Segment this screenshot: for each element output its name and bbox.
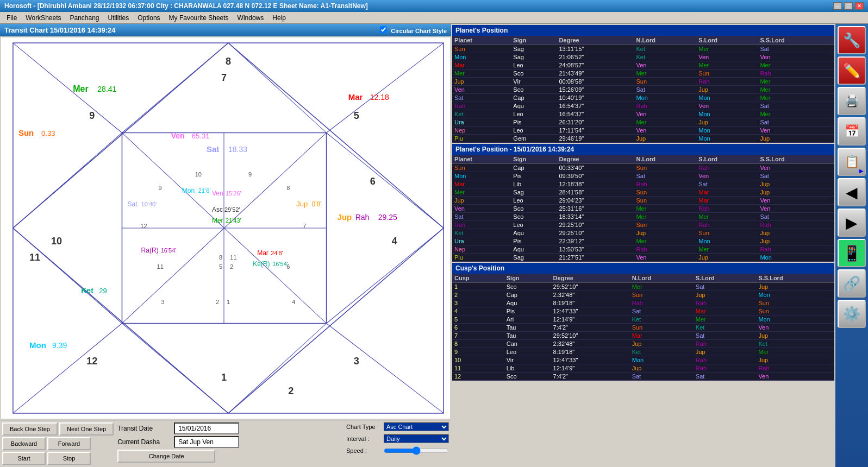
chart-type-label: Chart Type <box>346 424 382 430</box>
transit-date-value: 15/01/2016 <box>174 422 239 434</box>
transit-date-label: Transit Date <box>117 425 172 432</box>
menu-windows[interactable]: Windows <box>233 13 268 23</box>
svg-text:8: 8 <box>226 56 231 67</box>
backward-button[interactable]: Backward <box>2 437 46 450</box>
forward-button[interactable]: Forward <box>47 437 91 450</box>
table-row: Ven Sco 15:26'09" Sat Jup Mer <box>452 86 834 94</box>
col-slord: S.Lord <box>694 274 757 283</box>
start-button[interactable]: Start <box>2 452 46 465</box>
chart-svg: 1 2 3 4 5 6 7 8 9 10 11 <box>1 37 450 419</box>
svg-text:5: 5 <box>354 110 359 121</box>
svg-text:2: 2 <box>230 263 233 270</box>
cusps-header: Cusp's Position <box>452 263 834 274</box>
share-icon-button[interactable]: 🔗 <box>838 269 866 298</box>
table-row: 1 Sco 29:52'10" Mer Sat Jup <box>452 283 834 291</box>
svg-text:Ke(R): Ke(R) <box>253 260 270 268</box>
svg-text:Mon: Mon <box>29 340 46 350</box>
main-container: Transit Chart 15/01/2016 14:39:24 Circul… <box>0 24 868 467</box>
table-row: Mar Lib 12:18'38" Rah Sat Jup <box>452 180 834 188</box>
table-row: Ket Aqu 29:25'10" Jup Sun Jup <box>452 229 834 237</box>
menu-panchang[interactable]: Panchang <box>65 13 103 23</box>
menu-file[interactable]: File <box>2 13 21 23</box>
col-planet: Planet <box>452 155 511 164</box>
back-one-step-button[interactable]: Back One Step <box>2 422 58 436</box>
col-nlord: N.Lord <box>634 155 696 164</box>
next-one-step-button[interactable]: Next One Step <box>59 422 114 436</box>
col-slord: S.Lord <box>696 155 758 164</box>
col-sign: Sign <box>511 36 557 45</box>
svg-text:8: 8 <box>219 254 222 261</box>
table-row: Sun Sag 13:11'15" Ket Mer Sat <box>452 45 834 53</box>
svg-text:2: 2 <box>288 386 294 396</box>
svg-text:Jup: Jup <box>338 212 352 222</box>
svg-text:9: 9 <box>159 185 162 191</box>
stop-button[interactable]: Stop <box>47 452 91 465</box>
speed-slider[interactable] <box>384 446 449 455</box>
table-row: 6 Tau 7:4'2" Sun Ket Ven <box>452 324 834 332</box>
col-sign: Sign <box>504 274 551 283</box>
svg-text:10: 10 <box>195 171 202 178</box>
app-title: Horosoft - [Dhirubhi Ambani 28/12/1932 0… <box>4 2 833 10</box>
table-row: Mon Sag 21:06'52" Ket Ven Ven <box>452 53 834 61</box>
circular-chart-checkbox[interactable]: Circular Chart Style <box>380 26 447 34</box>
svg-text:Mon: Mon <box>182 187 195 194</box>
svg-text:11: 11 <box>230 254 236 261</box>
col-nlord: N.Lord <box>630 274 694 283</box>
current-dasha-label: Current Dasha <box>117 438 172 446</box>
window-controls[interactable]: ─ □ ✕ <box>833 2 864 10</box>
menu-worksheets[interactable]: WorkSheets <box>21 13 65 23</box>
svg-text:Ven: Ven <box>171 131 185 140</box>
svg-text:11: 11 <box>29 252 40 263</box>
table-row: Rah Leo 29:25'10" Sun Rah Rah <box>452 221 834 229</box>
svg-text:1: 1 <box>221 372 227 383</box>
col-sslord: S.S.Lord <box>756 274 834 283</box>
menu-utilities[interactable]: Utilities <box>104 13 134 23</box>
forward-icon-button[interactable]: ▶ <box>838 209 866 237</box>
table-row: Ven Sco 25:31'16" Mer Rah Ven <box>452 205 834 213</box>
settings-icon-button[interactable]: ⚙️ <box>838 300 866 328</box>
svg-text:0'8': 0'8' <box>311 200 321 208</box>
table-row: 11 Lib 12:14'9" Jup Rah Rah <box>452 364 834 373</box>
col-sslord: S.S.Lord <box>758 36 834 45</box>
chart-type-panel: Chart Type Asc Chart Interval : Daily Sp… <box>346 422 449 455</box>
change-date-button[interactable]: Change Date <box>117 450 215 463</box>
minimize-button[interactable]: ─ <box>833 2 842 10</box>
svg-text:9.39: 9.39 <box>52 341 67 350</box>
col-sign: Sign <box>511 155 557 164</box>
planets-transit-header: Planet's Position - 15/01/2016 14:39:24 <box>452 144 834 155</box>
close-button[interactable]: ✕ <box>855 2 864 10</box>
calendar-icon-button[interactable]: 📅 <box>838 117 866 146</box>
svg-text:65.31: 65.31 <box>192 132 210 140</box>
svg-text:29.25: 29.25 <box>378 213 397 222</box>
col-slord: S.Lord <box>696 36 758 45</box>
menu-favourite[interactable]: My Favourite Sheets <box>165 13 233 23</box>
restore-button[interactable]: □ <box>844 2 853 10</box>
chart-area: 1 2 3 4 5 6 7 8 9 10 11 <box>1 37 450 419</box>
chart-header: Transit Chart 15/01/2016 14:39:24 Circul… <box>0 24 451 36</box>
table-row: Sat Cap 10:40'19" Mon Mon Mer <box>452 94 834 102</box>
edit-icon-button[interactable]: ✏️ <box>838 56 866 85</box>
menu-options[interactable]: Options <box>133 13 164 23</box>
interval-select[interactable]: Daily <box>384 434 449 443</box>
table-row: Mon Pis 09:39'50" Sat Ven Sat <box>452 172 834 180</box>
table-row: Mer Sag 28:41'58" Sun Mar Jup <box>452 188 834 197</box>
back-icon-button[interactable]: ◀ <box>838 178 866 206</box>
col-planet: Planet <box>452 36 511 45</box>
table-row: Plu Gem 29:46'19" Jup Mon Jup <box>452 135 834 143</box>
print-icon-button[interactable]: 🖨️ <box>838 87 866 115</box>
svg-text:Mar: Mar <box>348 92 363 102</box>
svg-text:Jup: Jup <box>296 200 308 208</box>
svg-text:Asc: Asc <box>212 206 223 213</box>
svg-text:15'26': 15'26' <box>226 190 241 197</box>
svg-text:1: 1 <box>227 299 230 305</box>
notes-icon-button[interactable]: 📋 ▶ <box>838 148 866 176</box>
svg-text:Mer: Mer <box>212 217 223 224</box>
title-bar: Horosoft - [Dhirubhi Ambani 28/12/1932 0… <box>0 0 868 12</box>
svg-text:8: 8 <box>286 185 290 191</box>
svg-text:Sat: Sat <box>207 144 219 154</box>
chart-type-select[interactable]: Asc Chart <box>384 422 449 431</box>
whatsapp-icon-button[interactable]: 📱 <box>838 239 866 267</box>
svg-text:7: 7 <box>303 223 306 229</box>
tools-icon-button[interactable]: 🔧 <box>838 26 866 54</box>
menu-help[interactable]: Help <box>268 13 290 23</box>
